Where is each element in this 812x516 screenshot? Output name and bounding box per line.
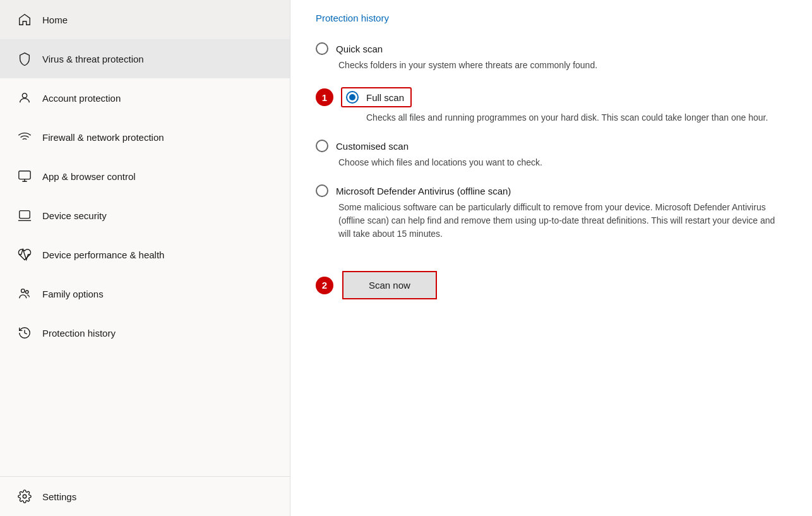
svg-rect-1 bbox=[19, 171, 30, 179]
scan-now-button[interactable]: Scan now bbox=[342, 271, 437, 299]
sidebar-item-settings[interactable]: Settings bbox=[0, 477, 290, 516]
quick-scan-desc: Checks folders in your system where thre… bbox=[338, 59, 787, 72]
full-scan-row: 1 Full scan bbox=[316, 87, 787, 107]
quick-scan-option: Quick scan Checks folders in your system… bbox=[316, 42, 787, 72]
sidebar-item-protection-history[interactable]: Protection history bbox=[0, 313, 290, 352]
svg-point-5 bbox=[23, 495, 27, 498]
sidebar-label-family-options: Family options bbox=[42, 289, 104, 299]
sidebar-label-home: Home bbox=[42, 15, 68, 25]
full-scan-desc: Checks all files and running programmes … bbox=[366, 111, 787, 124]
laptop-icon bbox=[17, 208, 32, 223]
svg-rect-2 bbox=[20, 211, 30, 219]
wifi-icon bbox=[17, 129, 32, 145]
settings-label: Settings bbox=[42, 491, 76, 502]
sidebar-item-home[interactable]: Home bbox=[0, 0, 290, 39]
full-scan-highlight[interactable]: Full scan bbox=[341, 87, 412, 107]
customised-scan-desc: Choose which files and locations you wan… bbox=[338, 156, 787, 169]
monitor-icon bbox=[17, 169, 32, 184]
quick-scan-radio[interactable] bbox=[316, 42, 328, 55]
scan-options: Quick scan Checks folders in your system… bbox=[316, 42, 787, 256]
step2-badge: 2 bbox=[316, 277, 333, 294]
offline-scan-option: Microsoft Defender Antivirus (offline sc… bbox=[316, 184, 787, 241]
shield-icon bbox=[17, 51, 32, 66]
offline-scan-desc: Some malicious software can be particula… bbox=[338, 201, 787, 241]
full-scan-label: Full scan bbox=[366, 92, 404, 103]
sidebar-label-device-security: Device security bbox=[42, 210, 107, 221]
sidebar-item-account-protection[interactable]: Account protection bbox=[0, 78, 290, 117]
sidebar-item-virus-threat[interactable]: Virus & threat protection bbox=[0, 39, 290, 78]
sidebar-item-device-security[interactable]: Device security bbox=[0, 196, 290, 235]
sidebar-label-firewall: Firewall & network protection bbox=[42, 132, 164, 143]
customised-scan-row: Customised scan bbox=[316, 140, 787, 152]
protection-history-link[interactable]: Protection history bbox=[316, 13, 787, 23]
sidebar-item-device-performance[interactable]: Device performance & health bbox=[0, 235, 290, 274]
heart-icon bbox=[17, 247, 32, 262]
svg-point-0 bbox=[22, 93, 27, 98]
offline-scan-row: Microsoft Defender Antivirus (offline sc… bbox=[316, 184, 787, 197]
sidebar-label-virus-threat: Virus & threat protection bbox=[42, 54, 144, 64]
offline-scan-label: Microsoft Defender Antivirus (offline sc… bbox=[336, 186, 511, 196]
home-icon bbox=[17, 12, 32, 27]
full-scan-option: 1 Full scan Checks all files and running… bbox=[316, 87, 787, 124]
sidebar-item-firewall[interactable]: Firewall & network protection bbox=[0, 117, 290, 157]
sidebar-item-app-browser[interactable]: App & browser control bbox=[0, 157, 290, 196]
offline-scan-radio[interactable] bbox=[316, 184, 328, 197]
quick-scan-row: Quick scan bbox=[316, 42, 787, 55]
history-icon bbox=[17, 325, 32, 340]
scan-now-area: 2 Scan now bbox=[316, 271, 787, 299]
svg-point-4 bbox=[25, 291, 28, 294]
customised-scan-radio[interactable] bbox=[316, 140, 328, 152]
sidebar-label-device-performance: Device performance & health bbox=[42, 249, 164, 260]
family-icon bbox=[17, 286, 32, 301]
gear-icon bbox=[17, 489, 32, 504]
sidebar: Home Virus & threat protection Account p… bbox=[0, 0, 290, 516]
sidebar-label-protection-history: Protection history bbox=[42, 328, 116, 339]
account-icon bbox=[17, 90, 32, 105]
sidebar-label-app-browser: App & browser control bbox=[42, 171, 136, 182]
step1-badge: 1 bbox=[316, 88, 333, 106]
svg-point-3 bbox=[21, 289, 25, 293]
sidebar-item-family-options[interactable]: Family options bbox=[0, 274, 290, 313]
full-scan-radio[interactable] bbox=[346, 91, 359, 104]
sidebar-bottom: Settings bbox=[0, 476, 290, 516]
sidebar-label-account-protection: Account protection bbox=[42, 93, 121, 104]
main-content: Protection history Quick scan Checks fol… bbox=[290, 0, 812, 516]
customised-scan-label: Customised scan bbox=[336, 141, 409, 152]
quick-scan-label: Quick scan bbox=[336, 44, 383, 54]
customised-scan-option: Customised scan Choose which files and l… bbox=[316, 140, 787, 169]
